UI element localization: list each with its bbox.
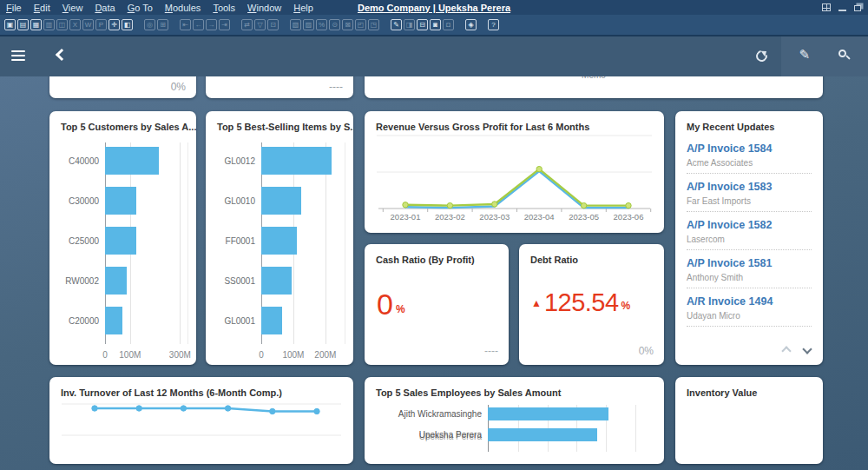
kpi-card-partial-1: 0% <box>49 76 196 98</box>
menu-window[interactable]: Window <box>241 2 287 14</box>
export-word-icon[interactable]: W <box>82 19 94 30</box>
trend-up-icon: ▲ <box>531 297 542 309</box>
kpi-partial-value: ---- <box>329 81 343 93</box>
list-item: A/P Invoice 1581Anthony Smith <box>687 250 812 288</box>
first-record-icon[interactable]: ⇤ <box>180 19 191 30</box>
toolbar-icons: ▣▤▦▥◫XWP✛◧◎⊞⇤←→⇥⇄▽⊡▧▨%⊙⊠◰◳✎◨⊟◙◘◈? <box>4 19 501 30</box>
bar <box>261 267 292 295</box>
help-icon[interactable]: ? <box>488 19 499 30</box>
payment-means-icon[interactable]: ⊙ <box>329 19 340 30</box>
top5-items-card: Top 5 Best-Selling Items by S... GL0012G… <box>206 111 353 365</box>
top5-sales-employees-card: Top 5 Sales Employees by Sales Amount Aj… <box>365 377 664 464</box>
bar <box>105 307 122 334</box>
svg-text:2023-04: 2023-04 <box>524 212 555 222</box>
document-link[interactable]: A/R Invoice 1494 <box>687 295 812 308</box>
hamburger-menu-icon[interactable] <box>11 50 25 63</box>
axis-tick-label: 200M <box>314 350 336 360</box>
chart-title: Revenue Versus Gross Profit for Last 6 M… <box>365 111 664 132</box>
refresh-record-icon[interactable]: ⇄ <box>241 19 253 30</box>
window-controls <box>822 3 868 11</box>
menu-modules[interactable]: Modules <box>159 2 207 14</box>
bar-row: SS0001 <box>216 261 345 301</box>
axis-tick-label: 300M <box>169 350 191 360</box>
document-link[interactable]: A/P Invoice 1582 <box>687 219 812 231</box>
list-item: A/P Invoice 1582Lasercom <box>687 212 812 250</box>
kpi-card-partial-2: ---- <box>206 76 353 98</box>
last-record-icon[interactable]: ⇥ <box>219 19 230 30</box>
window-title: Demo Company | Upeksha Perera <box>358 3 510 13</box>
export-excel-icon[interactable]: X <box>69 19 81 30</box>
bar-track <box>105 267 187 295</box>
chart-title: Inv. Turnover of Last 12 Months (6-Month… <box>49 377 353 398</box>
debt-ratio-card: Debt Ratio ▲ 125.54 % 0% <box>519 244 664 365</box>
minimize-icon[interactable] <box>838 10 846 11</box>
grid-layout-icon[interactable] <box>822 3 831 11</box>
chart-title: Top 5 Sales Employees by Sales Amount <box>365 377 664 398</box>
find-record-icon[interactable]: ◎ <box>144 19 155 30</box>
next-record-icon[interactable]: → <box>206 19 217 30</box>
memo-card-partial: Memo <box>365 76 823 98</box>
restore-icon[interactable] <box>854 5 861 11</box>
inventory-value-card: Inventory Value <box>675 377 823 464</box>
volume-weight-icon[interactable]: ⊠ <box>342 19 353 30</box>
bar-track <box>488 428 635 441</box>
messages-icon[interactable]: ◙ <box>430 19 441 30</box>
bar-row: FF0001 <box>216 221 345 261</box>
kpi-footer: ---- <box>484 345 498 357</box>
print-icon[interactable]: ▤ <box>17 19 29 30</box>
bar-label: GL0010 <box>216 196 261 206</box>
document-subtitle: Udayan Micro <box>687 311 812 321</box>
document-link[interactable]: A/P Invoice 1581 <box>687 257 812 269</box>
add-record-icon[interactable]: ⊞ <box>157 19 168 30</box>
menu-goto[interactable]: Go To <box>122 2 159 14</box>
chevron-up-icon[interactable] <box>781 346 791 355</box>
edit-mode-icon[interactable]: ✎ <box>391 19 402 30</box>
back-icon[interactable] <box>56 49 68 61</box>
scheduled-update-icon[interactable]: ◨ <box>404 19 415 30</box>
chevron-down-icon[interactable] <box>802 344 812 354</box>
expand-grid-icon[interactable]: ⊡ <box>267 19 279 30</box>
form-settings-icon[interactable]: ◧ <box>122 19 133 30</box>
document-link[interactable]: A/P Invoice 1584 <box>687 142 812 155</box>
launch-calendar-icon[interactable]: ▦ <box>30 19 42 30</box>
journal-posting-icon[interactable]: ▨ <box>303 19 314 30</box>
refresh-icon[interactable] <box>756 50 767 62</box>
top5-customers-chart: C40000C30000C25000RW0002C200000100M300M <box>60 141 187 360</box>
bar-track <box>261 187 345 215</box>
bar-track <box>261 267 345 295</box>
bar-label: C30000 <box>60 196 105 206</box>
document-subtitle: Acme Associates <box>687 158 812 168</box>
menu-bar: File Edit View Data Go To Modules Tools … <box>0 0 868 15</box>
recent-updates-pager <box>783 344 811 354</box>
base-document-icon[interactable]: ◰ <box>355 19 366 30</box>
gross-profit-icon[interactable]: % <box>316 19 327 30</box>
copy-icon[interactable]: ▥ <box>43 19 55 30</box>
bar-row: GL0001 <box>216 301 345 341</box>
recent-updates-list: A/P Invoice 1584Acme AssociatesA/P Invoi… <box>675 136 823 327</box>
menu-tools[interactable]: Tools <box>207 2 241 14</box>
kpi-title: Debt Ratio <box>519 244 664 265</box>
bar-track <box>105 147 187 175</box>
move-icon[interactable]: ✛ <box>108 19 120 30</box>
print-preview-icon[interactable]: ◫ <box>56 19 68 30</box>
target-document-icon[interactable]: ◳ <box>368 19 379 30</box>
find-window-icon[interactable]: ▣ <box>4 19 16 30</box>
bar-track <box>105 307 187 334</box>
filter-table-icon[interactable]: ▽ <box>254 19 266 30</box>
menu-help[interactable]: Help <box>287 2 319 14</box>
list-item: A/P Invoice 1584Acme Associates <box>687 136 812 174</box>
menu-data[interactable]: Data <box>89 2 121 14</box>
export-pdf-icon[interactable]: P <box>95 19 107 30</box>
search-icon[interactable] <box>838 50 851 62</box>
bar-row: C25000 <box>60 221 187 261</box>
menu-file[interactable]: File <box>0 2 28 14</box>
menu-view[interactable]: View <box>56 2 89 14</box>
settings-tool-icon[interactable]: ◈ <box>465 19 477 30</box>
transaction-journal-icon[interactable]: ▧ <box>290 19 301 30</box>
chat-icon[interactable]: ◘ <box>443 19 454 30</box>
previous-record-icon[interactable]: ← <box>193 19 204 30</box>
document-link[interactable]: A/P Invoice 1583 <box>687 181 812 193</box>
menu-edit[interactable]: Edit <box>28 2 56 14</box>
pencil-icon[interactable]: ✎ <box>799 47 810 63</box>
ui-configuration-icon[interactable]: ⊟ <box>417 19 428 30</box>
